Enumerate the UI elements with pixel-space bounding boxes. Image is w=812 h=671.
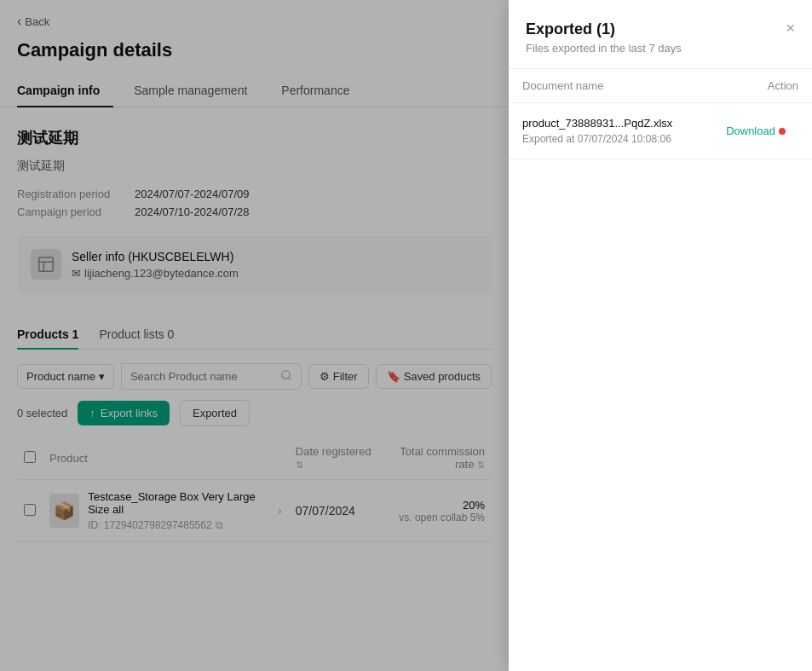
doc-exported-at: Exported at 07/07/2024 10:08:06 xyxy=(522,133,699,145)
chevron-down-icon: ▾ xyxy=(99,370,105,383)
saved-products-button[interactable]: 🔖 Saved products xyxy=(376,364,492,389)
campaign-title-cn: 测试延期 xyxy=(17,128,492,148)
back-label: Back xyxy=(25,15,49,28)
tab-campaign-info[interactable]: Campaign info xyxy=(17,75,113,107)
tab-performance[interactable]: Performance xyxy=(281,75,363,107)
panel-subtitle: Files exported in the last 7 days xyxy=(526,42,682,55)
svg-line-2 xyxy=(288,378,291,380)
svg-point-1 xyxy=(282,371,290,379)
search-input[interactable] xyxy=(130,370,280,383)
email-icon: ✉ xyxy=(72,267,81,280)
registration-label: Registration period xyxy=(17,188,128,200)
bookmark-icon: 🔖 xyxy=(387,370,400,383)
campaign-subtitle-cn: 测试延期 xyxy=(17,159,492,174)
panel-body: Document name Action product_73888931...… xyxy=(509,69,812,671)
seller-info-box: Seller info (HKUSCBELELWH) ✉ lijiacheng.… xyxy=(17,235,492,293)
product-name: Testcase_Storage Box Very Large Size all xyxy=(88,490,269,516)
copy-icon[interactable]: ⧉ xyxy=(216,519,223,531)
products-section: Products 1 Product lists 0 Product name … xyxy=(0,314,509,556)
col-commission: Total commission rate ⇅ xyxy=(380,437,492,480)
filter-label: Product name xyxy=(26,370,95,383)
panel-col-action: Action xyxy=(712,69,812,103)
campaign-period-row: Campaign period 2024/07/10-2024/07/28 xyxy=(17,205,492,218)
product-name-filter[interactable]: Product name ▾ xyxy=(17,364,114,389)
filter-icon: ⚙ xyxy=(320,370,330,383)
page-title: Campaign details xyxy=(0,36,509,75)
col-date: Date registered ⇅ xyxy=(289,437,380,480)
panel-header: Exported (1) Files exported in the last … xyxy=(509,0,812,69)
product-id: ID: 1729402798297485562 ⧉ xyxy=(88,519,269,531)
search-icon xyxy=(280,369,292,384)
main-tabs: Campaign info Sample management Performa… xyxy=(0,75,509,107)
campaign-label: Campaign period xyxy=(17,205,128,218)
close-panel-button[interactable]: × xyxy=(786,20,795,36)
export-icon: ↑ xyxy=(89,407,95,419)
table-row: 📦 Testcase_Storage Box Very Large Size a… xyxy=(17,480,492,542)
product-table: Product Date registered ⇅ Total commissi… xyxy=(17,437,492,542)
search-wrap xyxy=(121,363,302,390)
download-link[interactable]: Download xyxy=(726,124,798,137)
commission-rate: 20% xyxy=(387,499,485,512)
doc-name: product_73888931...PqdZ.xlsx xyxy=(522,117,699,130)
registration-period-row: Registration period 2024/07/07-2024/07/0… xyxy=(17,188,492,200)
filter-button[interactable]: ⚙ Filter xyxy=(308,364,369,389)
row-chevron-icon: › xyxy=(278,504,282,518)
campaign-info-section: 测试延期 测试延期 Registration period 2024/07/07… xyxy=(0,107,509,314)
row-checkbox[interactable] xyxy=(24,504,36,516)
products-toolbar: Product name ▾ ⚙ Filter 🔖 Saved products xyxy=(17,363,492,390)
products-tab-products[interactable]: Products 1 xyxy=(17,327,78,350)
action-row: 0 selected ↑ Export links Exported xyxy=(17,400,492,426)
exported-button[interactable]: Exported xyxy=(180,400,250,426)
selected-count: 0 selected xyxy=(17,407,67,419)
select-all-checkbox[interactable] xyxy=(24,451,36,463)
products-tabs: Products 1 Product lists 0 xyxy=(17,327,492,350)
registration-value: 2024/07/07-2024/07/09 xyxy=(135,188,249,200)
tab-sample-management[interactable]: Sample management xyxy=(134,75,261,107)
products-tab-lists[interactable]: Product lists 0 xyxy=(99,327,174,350)
export-links-button[interactable]: ↑ Export links xyxy=(78,401,170,425)
panel-title: Exported (1) xyxy=(526,20,682,38)
seller-email: ✉ lijiacheng.123@bytedance.com xyxy=(72,267,239,280)
commission-sub: vs. open collab 5% xyxy=(387,512,485,523)
red-dot-indicator xyxy=(779,128,786,135)
seller-icon xyxy=(31,249,61,280)
back-button[interactable]: Back xyxy=(0,0,509,36)
seller-name: Seller info (HKUSCBELELWH) xyxy=(72,250,239,263)
date-registered: 07/07/2024 xyxy=(289,480,380,542)
exported-panel: Exported (1) Files exported in the last … xyxy=(509,0,812,671)
campaign-value: 2024/07/10-2024/07/28 xyxy=(135,205,249,218)
panel-table: Document name Action product_73888931...… xyxy=(509,69,812,159)
panel-file-row: product_73888931...PqdZ.xlsx Exported at… xyxy=(509,103,812,159)
product-image: 📦 xyxy=(49,494,79,528)
panel-col-doc: Document name xyxy=(509,69,712,103)
svg-rect-0 xyxy=(39,257,54,272)
col-product: Product xyxy=(43,437,289,480)
